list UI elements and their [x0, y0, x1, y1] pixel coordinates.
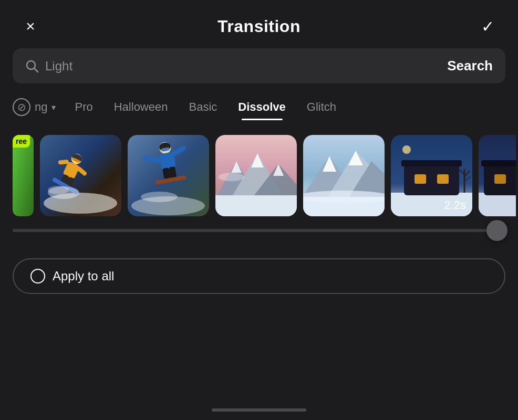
tab-basic[interactable]: Basic — [178, 96, 227, 118]
no-filter-icon: ⊘ — [13, 98, 30, 116]
thumbnails-section: ree — [0, 131, 518, 220]
slider-container — [0, 229, 518, 232]
list-item[interactable] — [128, 135, 209, 216]
search-input[interactable] — [45, 59, 441, 74]
dropdown-arrow-icon: ▾ — [51, 102, 56, 112]
svg-rect-57 — [479, 193, 516, 216]
search-button[interactable]: Search — [447, 58, 493, 74]
modal-title: Transition — [217, 17, 301, 36]
svg-rect-35 — [215, 195, 297, 216]
list-item[interactable]: ree — [13, 135, 34, 216]
svg-rect-48 — [415, 174, 426, 184]
search-icon — [25, 59, 39, 73]
transition-modal: × Transition ✓ Search ⊘ ng ▾ Pro Hallowe… — [0, 0, 518, 420]
free-badge: ree — [13, 135, 30, 148]
svg-rect-47 — [404, 164, 459, 195]
tab-label-nofilter: ng — [35, 100, 47, 114]
search-bar: Search — [13, 48, 505, 83]
svg-point-55 — [402, 145, 411, 154]
list-item[interactable]: 2.2s — [391, 135, 472, 216]
tab-dissolve[interactable]: Dissolve — [227, 96, 296, 118]
list-item[interactable] — [479, 135, 516, 216]
time-label: 2.2s — [444, 198, 466, 212]
confirm-button[interactable]: ✓ — [476, 15, 499, 38]
tab-no-filter[interactable]: ⊘ ng ▾ — [13, 94, 64, 120]
slider-fill — [13, 229, 471, 232]
tab-glitch[interactable]: Glitch — [296, 96, 347, 118]
svg-line-1 — [34, 68, 38, 72]
svg-point-27 — [141, 192, 178, 202]
close-button[interactable]: × — [19, 15, 42, 38]
svg-point-44 — [303, 191, 385, 203]
category-tabs: ⊘ ng ▾ Pro Halloween Basic Dissolve Glit… — [0, 94, 518, 120]
slider-thumb[interactable] — [486, 220, 507, 241]
list-item[interactable] — [215, 135, 297, 216]
list-item[interactable] — [40, 135, 121, 216]
bottom-handle — [212, 408, 306, 412]
tab-pro[interactable]: Pro — [64, 96, 103, 118]
svg-point-15 — [48, 186, 69, 194]
header: × Transition ✓ — [0, 0, 518, 48]
apply-all-label: Apply to all — [53, 269, 114, 284]
svg-point-36 — [218, 173, 244, 181]
list-item[interactable] — [303, 135, 385, 216]
slider-track — [13, 229, 505, 232]
apply-all-icon — [30, 269, 45, 284]
apply-to-all-button[interactable]: Apply to all — [13, 258, 505, 294]
svg-rect-59 — [494, 174, 506, 184]
thumbnails-row: ree — [2, 131, 516, 220]
svg-rect-61 — [481, 160, 516, 166]
svg-rect-50 — [401, 160, 462, 166]
tab-halloween[interactable]: Halloween — [103, 96, 179, 118]
svg-rect-49 — [437, 174, 449, 184]
